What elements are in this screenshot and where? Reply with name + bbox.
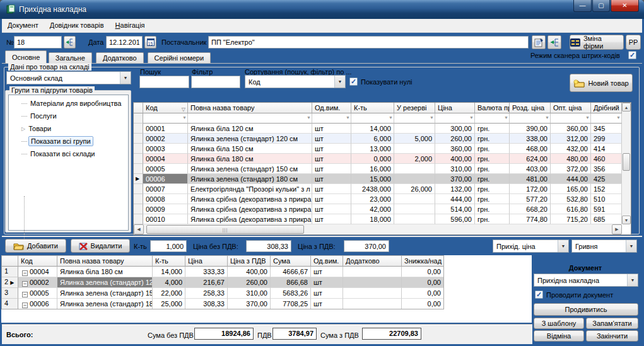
cell-small[interactable]: 345 — [591, 124, 622, 134]
cell-price_vat[interactable]: 260,00 — [228, 277, 271, 288]
cell-retail[interactable]: 577,20 — [510, 194, 551, 204]
scroll-left-arrow[interactable]: ◀ — [134, 224, 144, 234]
column-header-price_vat[interactable]: Ціна з ПДВ — [228, 256, 271, 267]
collapse-minus-icon[interactable]: − — [22, 281, 28, 287]
cell-small[interactable]: 356 — [591, 164, 622, 174]
tree-item[interactable]: ▷Товари — [21, 124, 53, 134]
cell-price[interactable]: 370,00 — [435, 174, 475, 184]
cell-sum[interactable]: 7708,25 — [271, 299, 311, 309]
cell-code[interactable]: −00006 — [18, 299, 57, 309]
collapse-minus-icon[interactable]: − — [22, 303, 28, 308]
cell-retail[interactable]: 172,00 — [510, 184, 551, 194]
cell-code[interactable]: 00002 — [143, 134, 188, 144]
cell-unit[interactable]: шт — [311, 277, 343, 288]
cell-wholesale[interactable]: 360,00 — [551, 124, 591, 134]
cell-sum[interactable]: 866,68 — [271, 277, 311, 288]
filter-cell-currency[interactable]: ▼ — [475, 113, 510, 124]
from-template-button[interactable]: З шаблону — [534, 318, 584, 329]
cell-price[interactable]: 308,33 — [185, 299, 228, 309]
filter-cell-retail[interactable]: ▼ — [510, 113, 551, 124]
table-row[interactable]: 00003Ялинка біла 150 смшт13,000360,00грн… — [134, 144, 631, 154]
tree-item[interactable]: Показати всі групи — [21, 136, 93, 146]
cell-name[interactable]: Ялинка зелена (стандарт) 150 см — [188, 164, 312, 174]
table-row[interactable]: 00009Ялинка срібна (декоративна з прикра… — [134, 204, 631, 214]
cell-reserve[interactable] — [394, 194, 435, 204]
scanner-mode-checkbox[interactable]: ✓ — [628, 51, 636, 59]
cell-qty[interactable]: 14,000 — [351, 124, 394, 134]
cell-discount[interactable]: 0,00 — [402, 299, 444, 309]
cell-extra[interactable] — [343, 267, 402, 277]
filter-cell-code[interactable]: ▼ — [143, 113, 188, 124]
cell-small[interactable]: 510 — [591, 194, 622, 204]
cell-retail[interactable]: 390,00 — [510, 124, 551, 134]
cell-wholesale[interactable]: 616,80 — [551, 204, 591, 214]
collapse-minus-icon[interactable]: − — [22, 270, 28, 276]
cell-currency[interactable]: грн. — [475, 124, 510, 134]
filter-cell-reserve[interactable]: ▼ — [394, 113, 435, 124]
search-input[interactable] — [139, 76, 189, 88]
finish-button[interactable]: Закінчити — [586, 330, 638, 342]
table-row[interactable]: 4−00006Ялинка зелена (стандарт) 1825,000… — [2, 299, 443, 309]
filter-dropdown-icon[interactable]: ▼ — [469, 115, 474, 120]
sort-select[interactable]: Код ▼ — [245, 75, 346, 88]
products-table[interactable]: Код▽Повна назва товаруОд.вим.К-тьУ резер… — [133, 102, 631, 235]
row-header-cell[interactable] — [134, 124, 143, 134]
cell-currency[interactable]: грн. — [475, 214, 510, 224]
cell-price[interactable]: 333,33 — [185, 267, 228, 277]
cell-discount[interactable]: 0,00 — [402, 277, 444, 288]
filter-cell-name[interactable]: ▼ — [188, 113, 312, 124]
filter-dropdown-icon[interactable]: ▼ — [182, 115, 187, 120]
cell-retail[interactable]: 774,80 — [510, 214, 551, 224]
filter-dropdown-icon[interactable]: ▼ — [504, 115, 508, 120]
cell-small[interactable]: 299 — [591, 134, 622, 144]
row-header-cell[interactable] — [134, 154, 143, 164]
filter-cell-qty[interactable]: ▼ — [351, 113, 394, 124]
cell-code[interactable]: 00003 — [143, 144, 188, 154]
cell-qty[interactable]: 25,000 — [153, 299, 185, 309]
horizontal-scroll-thumb[interactable]: ||| — [146, 225, 304, 234]
preview-button[interactable]: Продивитись — [534, 303, 638, 316]
column-header-code[interactable]: Код — [18, 256, 57, 267]
cell-code[interactable]: 00001 — [143, 124, 188, 134]
table-row[interactable]: ▶00006Ялинка зелена (стандарт) 180 смшт1… — [134, 174, 631, 184]
menu-item-Документ[interactable]: Документ — [2, 19, 44, 29]
column-header-sum[interactable]: Сума — [271, 256, 311, 267]
cell-qty[interactable]: 22,000 — [153, 288, 185, 299]
filter-input[interactable] — [191, 76, 240, 88]
qty-input[interactable] — [150, 240, 187, 252]
vertical-scroll-thumb[interactable] — [623, 153, 630, 171]
filter-dropdown-icon[interactable]: ▼ — [430, 115, 434, 120]
cell-unit[interactable]: шт — [312, 134, 351, 144]
row-number-cell[interactable]: 2▶ — [2, 277, 18, 288]
cell-reserve[interactable]: 2,000 — [394, 154, 435, 164]
cell-qty[interactable]: 15,000 — [351, 174, 394, 184]
cell-qty[interactable]: 14,000 — [153, 267, 185, 277]
table-row[interactable]: 00010Ялинка срібна (декоративна з прикра… — [134, 214, 631, 224]
cell-name[interactable]: Ялинка зелена (стандарт) 15 — [57, 288, 153, 299]
cell-unit[interactable]: шт — [312, 164, 351, 174]
cell-discount[interactable]: 0,00 — [402, 267, 444, 277]
cancel-button[interactable]: Відміна — [534, 330, 584, 342]
table-row[interactable]: 3−00005Ялинка зелена (стандарт) 1522,000… — [2, 288, 443, 299]
cell-name[interactable]: Ялинка зелена (стандарт) 180 см — [188, 174, 312, 184]
cell-unit[interactable]: шт — [311, 299, 343, 309]
row-header-cell[interactable] — [134, 164, 143, 174]
cell-wholesale[interactable]: 432,00 — [551, 144, 591, 154]
column-header-discount[interactable]: Знижка/над — [402, 256, 444, 267]
cell-price[interactable]: 300,00 — [435, 124, 475, 134]
price-ex-vat-input[interactable] — [246, 240, 291, 252]
row-header-cell[interactable] — [134, 184, 143, 194]
cell-qty[interactable]: 18,000 — [351, 214, 394, 224]
cell-reserve[interactable] — [394, 164, 435, 174]
cell-qty[interactable]: 13,000 — [351, 144, 394, 154]
cell-name[interactable]: Ялинка срібна (декоративна з прикра — [188, 214, 312, 224]
cell-qty[interactable]: 42,000 — [351, 204, 394, 214]
cell-reserve[interactable]: 5,000 — [394, 134, 435, 144]
cell-qty[interactable]: 2438,000 — [351, 184, 394, 194]
minimize-button[interactable]: — — [573, 0, 592, 12]
column-header-retail[interactable]: Розд. ціна — [510, 103, 551, 113]
new-item-button[interactable]: Новий товар — [570, 74, 633, 92]
column-header-wholesale[interactable]: Опт. ціна — [551, 103, 591, 113]
cell-name[interactable]: Ялинка срібна (декоративна з прикра — [188, 204, 312, 214]
supplier-input[interactable] — [208, 36, 529, 49]
